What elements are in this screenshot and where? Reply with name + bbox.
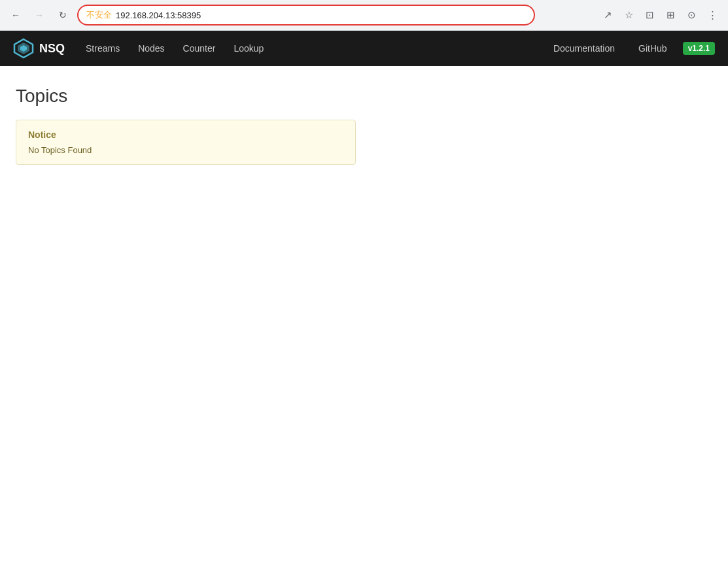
browser-toolbar: ← → ↻ 不安全 ↗ ☆ ⊡ ⊞ ⊙ ⋮ [0,0,728,30]
nsq-nav-links: Streams Nodes Counter Lookup [78,38,271,59]
notice-box: Notice No Topics Found [16,120,356,165]
url-input[interactable] [116,10,526,20]
nav-link-documentation[interactable]: Documentation [546,38,623,59]
page-content: Topics Notice No Topics Found [0,66,728,184]
split-button[interactable]: ⊞ [661,6,680,24]
profile-button[interactable]: ⊙ [682,6,701,24]
nav-link-counter[interactable]: Counter [175,38,224,59]
nsq-brand-link[interactable]: NSQ [13,38,65,59]
address-bar: 不安全 [77,5,535,26]
nav-link-streams[interactable]: Streams [78,38,128,59]
notice-title: Notice [28,129,343,140]
browser-right-actions: ↗ ☆ ⊡ ⊞ ⊙ ⋮ [598,6,721,24]
security-warning: 不安全 [86,9,112,21]
nav-link-github[interactable]: GitHub [631,38,675,59]
cast-button[interactable]: ⊡ [640,6,659,24]
page-title: Topics [16,86,712,107]
nsq-navbar: NSQ Streams Nodes Counter Lookup Documen… [0,31,728,66]
version-badge: v1.2.1 [683,42,715,55]
more-button[interactable]: ⋮ [703,6,721,24]
nav-link-lookup[interactable]: Lookup [226,38,271,59]
reload-button[interactable]: ↻ [54,6,72,24]
browser-chrome: ← → ↻ 不安全 ↗ ☆ ⊡ ⊞ ⊙ ⋮ [0,0,728,31]
bookmark-button[interactable]: ☆ [619,6,638,24]
nsq-brand-name: NSQ [39,42,65,56]
notice-message: No Topics Found [28,145,343,155]
nsq-logo-icon [13,38,34,59]
nsq-nav-right: Documentation GitHub v1.2.1 [546,38,715,59]
back-button[interactable]: ← [7,6,25,24]
share-button[interactable]: ↗ [598,6,617,24]
nav-link-nodes[interactable]: Nodes [130,38,172,59]
forward-button[interactable]: → [30,6,48,24]
